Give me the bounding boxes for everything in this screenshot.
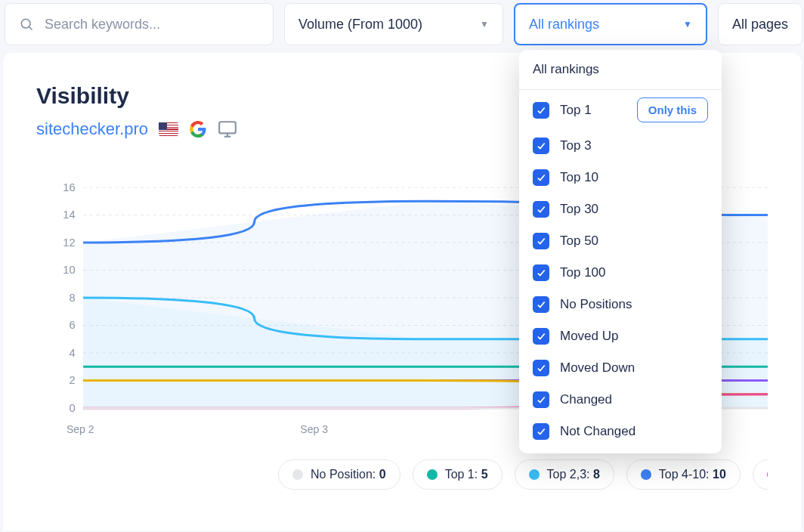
legend-color-dot — [292, 469, 303, 480]
rankings-dropdown-trigger[interactable]: All rankings ▼ — [514, 3, 707, 45]
only-this-button[interactable]: Only this — [637, 97, 708, 122]
search-icon — [19, 17, 34, 32]
checkbox-icon[interactable] — [533, 360, 549, 376]
rankings-option[interactable]: Changed — [519, 384, 722, 416]
legend-item[interactable]: Top 2,3: 8 — [515, 459, 614, 490]
rankings-option-label: Top 50 — [560, 234, 598, 249]
legend-color-dot — [529, 469, 540, 480]
checkbox-icon[interactable] — [533, 423, 549, 440]
legend-color-dot — [641, 469, 651, 480]
google-icon — [189, 120, 207, 138]
legend-item[interactable]: No Position: 0 — [278, 459, 400, 490]
x-tick-label: Sep 3 — [300, 423, 533, 435]
svg-text:14: 14 — [63, 209, 75, 221]
rankings-option[interactable]: Top 100 — [519, 257, 722, 289]
rankings-dropdown-header: All rankings — [519, 50, 722, 90]
rankings-option[interactable]: Top 10 — [519, 162, 722, 193]
checkbox-icon[interactable] — [533, 201, 549, 218]
search-keywords-input-wrapper[interactable] — [5, 3, 274, 45]
x-tick-label: Sep 2 — [66, 423, 300, 435]
checkbox-icon[interactable] — [533, 391, 549, 408]
svg-rect-2 — [219, 122, 236, 133]
volume-dropdown-label: Volume (From 1000) — [298, 17, 422, 32]
svg-point-0 — [21, 19, 30, 28]
checkbox-icon[interactable] — [533, 264, 549, 281]
legend-item[interactable]: Top 4-10: 10 — [626, 459, 741, 490]
rankings-option[interactable]: Top 50 — [519, 225, 722, 257]
rankings-option[interactable]: No Positions — [519, 289, 722, 320]
top-filter-bar: Volume (From 1000) ▼ All rankings ▼ All … — [0, 0, 804, 53]
rankings-option-label: Top 3 — [560, 138, 592, 153]
rankings-option[interactable]: Not Changed — [519, 416, 722, 447]
rankings-option[interactable]: Moved Up — [519, 320, 722, 352]
legend-label: Top 2,3: 8 — [547, 468, 600, 481]
rankings-dropdown-label: All rankings — [529, 17, 599, 32]
legend-item[interactable]: Top 1: 5 — [413, 459, 502, 490]
svg-line-1 — [29, 27, 32, 30]
legend-label: Top 1: 5 — [445, 468, 488, 481]
chart-legend: No Position: 0Top 1: 5Top 2,3: 8Top 4-10… — [278, 459, 768, 490]
rankings-option-label: Moved Down — [560, 360, 635, 376]
rankings-option-label: Not Changed — [560, 424, 635, 439]
svg-text:6: 6 — [69, 320, 75, 332]
legend-color-dot — [767, 469, 768, 480]
chevron-down-icon: ▼ — [683, 19, 692, 29]
us-flag-icon — [159, 122, 178, 136]
rankings-option-label: Moved Up — [560, 329, 618, 344]
chevron-down-icon: ▼ — [480, 19, 489, 29]
checkbox-icon[interactable] — [533, 169, 549, 186]
checkbox-icon[interactable] — [533, 233, 549, 249]
rankings-option-label: No Positions — [560, 297, 632, 312]
pages-dropdown-label: All pages — [732, 17, 788, 32]
checkbox-icon[interactable] — [533, 102, 549, 119]
rankings-dropdown-panel: All rankings Top 1Only thisTop 3Top 10To… — [519, 50, 722, 453]
volume-dropdown[interactable]: Volume (From 1000) ▼ — [284, 3, 503, 45]
svg-text:8: 8 — [69, 292, 75, 304]
svg-text:4: 4 — [69, 347, 75, 359]
rankings-option-label: Top 100 — [560, 265, 606, 280]
rankings-option[interactable]: Moved Down — [519, 352, 722, 384]
search-input[interactable] — [43, 16, 259, 33]
rankings-option[interactable]: Top 30 — [519, 193, 722, 225]
rankings-option-label: Top 10 — [560, 170, 598, 185]
rankings-option[interactable]: Top 1Only this — [519, 90, 722, 130]
svg-text:16: 16 — [63, 181, 75, 193]
legend-item[interactable]: Top — [753, 459, 768, 490]
rankings-option-label: Changed — [560, 392, 612, 407]
rankings-option-label: Top 30 — [560, 202, 598, 217]
legend-color-dot — [427, 469, 438, 480]
svg-text:0: 0 — [69, 402, 75, 414]
checkbox-icon[interactable] — [533, 296, 549, 313]
desktop-icon — [218, 119, 237, 139]
pages-dropdown[interactable]: All pages — [718, 3, 802, 45]
rankings-option[interactable]: Top 3 — [519, 130, 722, 162]
site-url-link[interactable]: sitechecker.pro — [36, 119, 148, 139]
checkbox-icon[interactable] — [533, 328, 549, 345]
svg-text:10: 10 — [63, 264, 75, 277]
legend-label: No Position: 0 — [311, 468, 386, 481]
checkbox-icon[interactable] — [533, 138, 549, 154]
svg-text:12: 12 — [63, 237, 75, 249]
rankings-option-label: Top 1 — [560, 103, 592, 118]
svg-text:2: 2 — [69, 375, 75, 387]
legend-label: Top 4-10: 10 — [659, 468, 726, 481]
